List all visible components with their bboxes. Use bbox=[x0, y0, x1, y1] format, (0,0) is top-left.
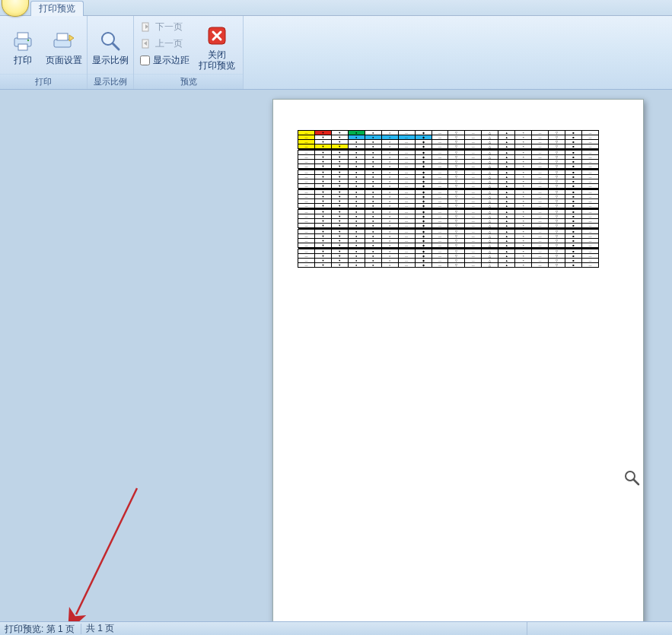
page-next-icon bbox=[140, 21, 152, 33]
next-page-label: 下一页 bbox=[155, 21, 183, 33]
prev-page-label: 上一页 bbox=[155, 37, 183, 50]
print-button[interactable]: 打印 bbox=[3, 17, 43, 74]
group-preview-label: 预览 bbox=[134, 74, 243, 89]
status-pageinfo: 打印预览: 第 1 页 bbox=[5, 624, 81, 634]
magnifier-icon bbox=[98, 29, 123, 53]
svg-point-3 bbox=[27, 40, 29, 41]
page-setup-label: 页面设置 bbox=[46, 55, 82, 65]
statusbar: 打印预览: 第 1 页 共 1 页 bbox=[0, 621, 672, 635]
svg-line-7 bbox=[113, 43, 119, 49]
page-setup-button[interactable]: 页面设置 bbox=[44, 17, 84, 74]
ribbon-group-print: 打印 页面设置 打印 bbox=[0, 16, 88, 89]
ribbon-group-preview: 下一页 上一页 显示边距 bbox=[134, 16, 244, 89]
office-button[interactable] bbox=[2, 0, 29, 17]
svg-rect-2 bbox=[18, 44, 27, 50]
zoom-button-label: 显示比例 bbox=[92, 55, 129, 65]
close-preview-button[interactable]: 关闭 打印预览 bbox=[194, 17, 240, 74]
workspace[interactable]: —▼▼●●○—◆—▽—△▲×—▽■——▼▼●●○—◆—▽—△▲×—▽■——▼▼●… bbox=[0, 90, 672, 623]
group-print-label: 打印 bbox=[0, 74, 87, 89]
status-pagetotal: 共 1 页 bbox=[86, 622, 114, 635]
tab-print-preview[interactable]: 打印预览 bbox=[30, 1, 84, 16]
prev-page-button: 上一页 bbox=[137, 36, 193, 52]
svg-rect-5 bbox=[57, 33, 68, 40]
next-page-button: 下一页 bbox=[137, 19, 193, 35]
show-margins-checkbox[interactable]: 显示边距 bbox=[137, 52, 193, 68]
tabstrip: 打印预览 bbox=[0, 0, 672, 16]
sheet-content: —▼▼●●○—◆—▽—△▲×—▽■——▼▼●●○—◆—▽—△▲×—▽■——▼▼●… bbox=[298, 130, 599, 268]
group-zoom-label: 显示比例 bbox=[88, 74, 133, 89]
show-margins-label: 显示边距 bbox=[153, 54, 189, 67]
status-right-segment bbox=[527, 622, 672, 635]
zoom-button[interactable]: 显示比例 bbox=[91, 17, 130, 74]
show-margins-input[interactable] bbox=[140, 56, 150, 65]
close-icon bbox=[205, 24, 229, 48]
close-preview-label: 关闭 打印预览 bbox=[199, 49, 235, 71]
preview-nav-column: 下一页 上一页 显示边距 bbox=[137, 17, 193, 68]
page-setup-icon bbox=[52, 29, 76, 53]
printer-icon bbox=[11, 29, 35, 53]
preview-page[interactable]: —▼▼●●○—◆—▽—△▲×—▽■——▼▼●●○—◆—▽—△▲×—▽■——▼▼●… bbox=[272, 99, 644, 623]
page-prev-icon bbox=[140, 38, 152, 50]
svg-rect-1 bbox=[18, 33, 28, 39]
svg-line-13 bbox=[76, 488, 137, 614]
print-button-label: 打印 bbox=[14, 55, 32, 65]
ribbon: 打印 页面设置 打印 bbox=[0, 16, 672, 90]
ribbon-group-zoom: 显示比例 显示比例 bbox=[88, 16, 134, 89]
